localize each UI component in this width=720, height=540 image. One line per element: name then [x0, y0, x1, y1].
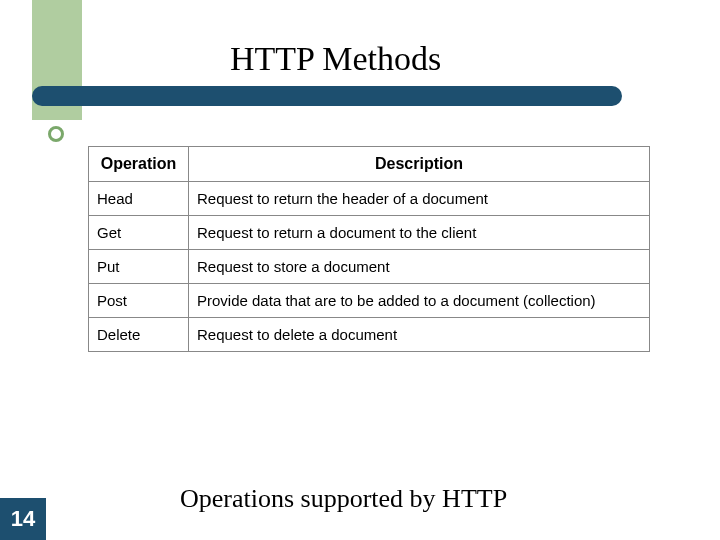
cell-operation: Delete [89, 318, 189, 352]
col-header-description: Description [189, 147, 650, 182]
cell-description: Provide data that are to be added to a d… [189, 284, 650, 318]
cell-description: Request to delete a document [189, 318, 650, 352]
http-methods-table: Operation Description Head Request to re… [88, 146, 650, 352]
cell-operation: Get [89, 216, 189, 250]
table-row: Head Request to return the header of a d… [89, 182, 650, 216]
cell-operation: Post [89, 284, 189, 318]
title-underline-bar [32, 86, 622, 106]
cell-description: Request to store a document [189, 250, 650, 284]
table-row: Get Request to return a document to the … [89, 216, 650, 250]
cell-operation: Head [89, 182, 189, 216]
table-header-row: Operation Description [89, 147, 650, 182]
table-row: Put Request to store a document [89, 250, 650, 284]
bullet-icon [48, 126, 64, 142]
slide-caption: Operations supported by HTTP [180, 484, 507, 514]
cell-description: Request to return a document to the clie… [189, 216, 650, 250]
table-row: Post Provide data that are to be added t… [89, 284, 650, 318]
col-header-operation: Operation [89, 147, 189, 182]
cell-description: Request to return the header of a docume… [189, 182, 650, 216]
slide-title: HTTP Methods [230, 40, 441, 78]
http-methods-table-container: Operation Description Head Request to re… [88, 146, 650, 352]
table-row: Delete Request to delete a document [89, 318, 650, 352]
cell-operation: Put [89, 250, 189, 284]
page-number: 14 [0, 498, 46, 540]
